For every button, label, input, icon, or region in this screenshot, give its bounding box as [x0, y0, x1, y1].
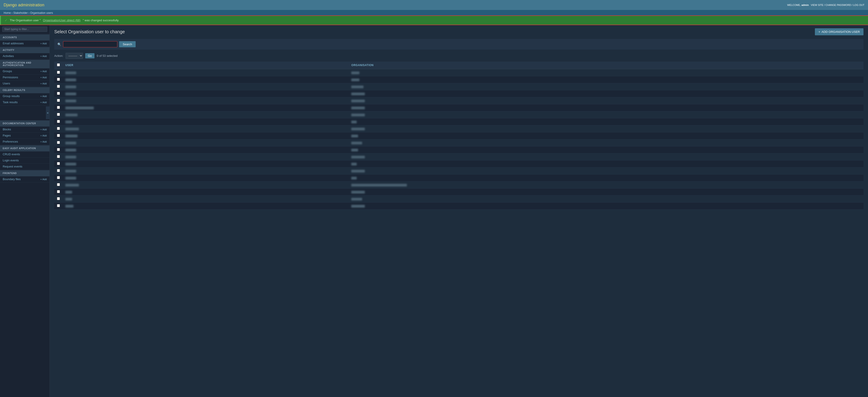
sidebar-item-login-events[interactable]: Login events [0, 158, 50, 164]
change-password-link[interactable]: CHANGE PASSWORD [826, 4, 851, 6]
row-checkbox[interactable] [57, 106, 60, 109]
sidebar-item-blocks[interactable]: Blocks + Add [0, 126, 50, 133]
row-checkbox[interactable] [57, 99, 60, 102]
sidebar-link-users[interactable]: Users [3, 82, 10, 85]
row-checkbox[interactable] [57, 92, 60, 95]
search-button[interactable]: Search [119, 41, 135, 47]
row-checkbox[interactable] [57, 204, 60, 207]
sidebar: ACCOUNTS Email addresses + Add ACTIVITY … [0, 25, 50, 397]
row-checkbox[interactable] [57, 113, 60, 116]
sidebar-item-groups[interactable]: Groups + Add [0, 68, 50, 75]
row-checkbox[interactable] [57, 169, 60, 172]
breadcrumb-stakeholder[interactable]: Stakeholder [13, 11, 28, 15]
table-cell-organisation: xxxxxxxxxx [348, 189, 864, 196]
table-header-checkbox [54, 62, 63, 69]
logout-link[interactable]: LOG OUT [853, 4, 864, 6]
sidebar-item-crud-events[interactable]: CRUD events [0, 151, 50, 158]
table-row: xxxxxxxxxxxxxxxxxxx [54, 111, 864, 118]
sidebar-add-permissions[interactable]: + Add [40, 76, 47, 79]
select-all-checkbox[interactable] [57, 63, 60, 66]
sidebar-link-activities[interactable]: Activities [3, 55, 14, 58]
table-cell-user: xxxxx [63, 189, 348, 196]
sidebar-add-groups[interactable]: + Add [40, 70, 47, 73]
sidebar-collapse-button[interactable]: « [46, 106, 50, 119]
sidebar-item-activities[interactable]: Activities + Add [0, 53, 50, 59]
success-link[interactable]: OrganisationUser object (68) [43, 19, 81, 22]
sidebar-link-group-results[interactable]: Group results [3, 94, 20, 98]
table-cell-organisation: xxxxxx [348, 69, 864, 76]
sidebar-add-users[interactable]: + Add [40, 82, 47, 85]
sidebar-item-boundary-files[interactable]: Boundary files + Add [0, 176, 50, 182]
sidebar-item-task-results[interactable]: Task results + Add [0, 100, 50, 106]
sidebar-add-pages[interactable]: + Add [40, 134, 47, 137]
row-checkbox[interactable] [57, 78, 60, 81]
table-cell-organisation: xxxxxxxxxx [348, 104, 864, 111]
row-checkbox[interactable] [57, 162, 60, 165]
user-tools: WELCOME, admin VIEW SITE / CHANGE PASSWO… [787, 4, 864, 6]
row-checkbox[interactable] [57, 127, 60, 130]
sidebar-add-boundary-files[interactable]: + Add [40, 178, 47, 180]
sidebar-link-login-events[interactable]: Login events [3, 159, 19, 162]
sidebar-item-request-events[interactable]: Request events [0, 164, 50, 170]
sidebar-add-task-results[interactable]: + Add [40, 101, 47, 104]
view-site-link[interactable]: VIEW SITE [811, 4, 824, 6]
sidebar-filter-input[interactable] [2, 27, 47, 32]
table-row: xxxxxxxxxxxxxx [54, 133, 864, 139]
page-title: Select Organisation user to change [54, 29, 125, 34]
table-header-row: USER ORGANISATION [54, 62, 864, 69]
table-cell-organisation: xxxxxxxx [348, 196, 864, 203]
sidebar-item-permissions[interactable]: Permissions + Add [0, 75, 50, 81]
go-button[interactable]: Go [85, 53, 94, 58]
sidebar-item-email-addresses[interactable]: Email addresses + Add [0, 40, 50, 47]
sidebar-link-boundary-files[interactable]: Boundary files [3, 178, 21, 181]
table-cell-user: xxxxxxxx [63, 168, 348, 174]
row-checkbox[interactable] [57, 176, 60, 179]
add-icon: + [818, 30, 820, 33]
row-checkbox[interactable] [57, 120, 60, 123]
row-checkbox[interactable] [57, 148, 60, 151]
table-column-organisation[interactable]: ORGANISATION [348, 62, 864, 69]
row-checkbox[interactable] [57, 134, 60, 137]
sidebar-filter-area [0, 25, 50, 34]
sidebar-item-pages[interactable]: Pages + Add [0, 133, 50, 139]
sidebar-add-activities[interactable]: + Add [40, 55, 47, 57]
row-checkbox[interactable] [57, 85, 60, 88]
sidebar-link-pages[interactable]: Pages [3, 134, 11, 137]
row-checkbox[interactable] [57, 197, 60, 200]
sidebar-add-blocks[interactable]: + Add [40, 128, 47, 131]
sidebar-add-email-addresses[interactable]: + Add [40, 42, 47, 45]
breadcrumb: Home › Stakeholder › Organisation users [0, 10, 868, 16]
sidebar-item-users[interactable]: Users + Add [0, 81, 50, 87]
table-cell-organisation: xxxxxx [348, 76, 864, 83]
sidebar-add-group-results[interactable]: + Add [40, 95, 47, 97]
sidebar-link-email-addresses[interactable]: Email addresses [3, 42, 24, 45]
table-row: xxxxxxxxxxxxxxxxxxxxxxxxxxxxxxxxxxxxxxxx… [54, 181, 864, 189]
table-column-user[interactable]: USER [63, 62, 348, 69]
row-checkbox[interactable] [57, 155, 60, 158]
sidebar-add-preferences[interactable]: + Add [40, 140, 47, 143]
table-cell-user: xxxxxx [63, 203, 348, 209]
sidebar-link-groups[interactable]: Groups [3, 70, 12, 73]
row-checkbox[interactable] [57, 183, 60, 186]
sidebar-link-task-results[interactable]: Task results [3, 101, 18, 104]
row-checkbox[interactable] [57, 190, 60, 193]
welcome-text: WELCOME, [787, 4, 801, 6]
add-button-label: ADD ORGANISATION USER [822, 30, 860, 33]
add-organisation-user-button[interactable]: + ADD ORGANISATION USER [815, 28, 864, 35]
sidebar-link-crud-events[interactable]: CRUD events [3, 153, 20, 156]
sidebar-link-preferences[interactable]: Preferences [3, 140, 18, 143]
table-row: xxxxxxxxxxxxxxxxxx [54, 168, 864, 174]
action-select[interactable]: --------- [66, 53, 83, 59]
success-text-after: " was changed successfully. [83, 19, 119, 22]
table-cell-user: xxxxxxxx [63, 146, 348, 153]
sidebar-link-request-events[interactable]: Request events [3, 165, 22, 168]
row-checkbox[interactable] [57, 141, 60, 144]
search-input[interactable] [63, 41, 117, 47]
sidebar-link-permissions[interactable]: Permissions [3, 76, 18, 79]
sidebar-link-blocks[interactable]: Blocks [3, 128, 11, 131]
sidebar-section-easy-audit: EASY AUDIT APPLICATION [0, 145, 50, 151]
breadcrumb-home[interactable]: Home [4, 11, 11, 15]
sidebar-item-group-results[interactable]: Group results + Add [0, 93, 50, 100]
sidebar-item-preferences[interactable]: Preferences + Add [0, 139, 50, 145]
row-checkbox[interactable] [57, 71, 60, 74]
